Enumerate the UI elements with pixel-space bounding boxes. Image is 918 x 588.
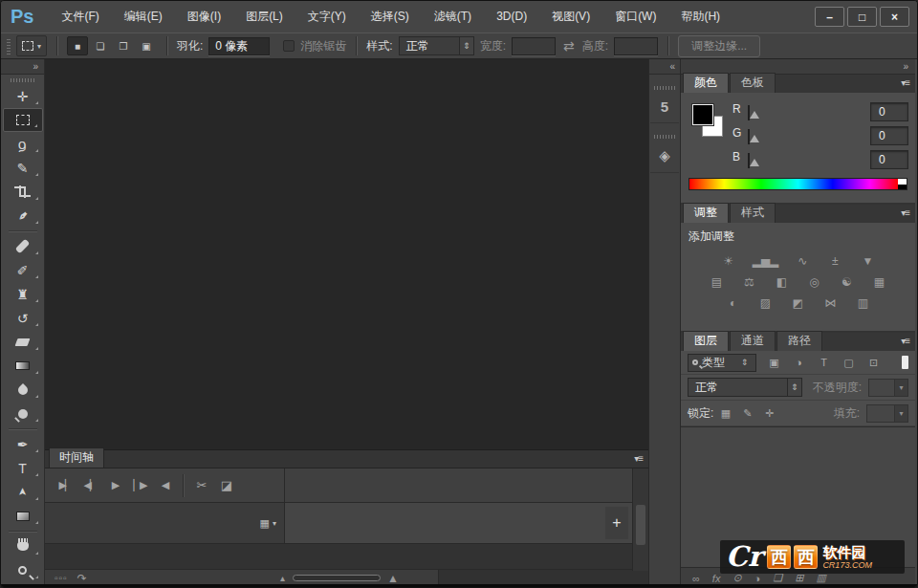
tab-timeline[interactable]: 时间轴 [49,447,104,468]
filter-toggle-switch[interactable] [902,356,908,369]
menu-item[interactable]: 窗口(W) [602,1,668,33]
link-layers[interactable]: ∞ [692,573,700,584]
add-media-button[interactable]: + [605,507,628,539]
path-selection-tool[interactable]: ➤ [3,480,43,504]
close-button[interactable]: × [880,7,909,27]
updown-spinner-icon[interactable]: ⇕ [459,37,473,54]
width-input[interactable] [512,37,556,55]
menu-item[interactable]: 选择(S) [359,1,422,33]
timeline-panel-menu-icon[interactable]: ▾≡ [634,453,643,464]
rectangular-marquee-tool[interactable] [3,108,43,132]
menu-item[interactable]: 文字(Y) [295,1,359,33]
menu-item[interactable]: 图像(I) [175,1,233,33]
lock-position[interactable]: ✛ [762,407,776,420]
timeline-zoom-in-icon[interactable]: ▲ [387,572,400,585]
red-value[interactable]: 0 [870,102,908,121]
layers-panel-menu-icon[interactable]: ▾≡ [901,336,909,346]
hue-saturation[interactable]: ▤ [709,274,726,289]
feather-input[interactable]: 0 像素 [208,37,270,55]
channel-mixer[interactable]: ☯ [839,274,856,289]
gradient-tool[interactable] [3,354,43,378]
crop-tool[interactable] [3,180,43,204]
tool-separator[interactable] [3,528,43,534]
green-slider-handle[interactable] [750,135,759,142]
transition-button[interactable]: ◪ [214,474,239,497]
dock-collapse-icon[interactable]: » [903,61,908,72]
brightness-contrast[interactable]: ☀ [720,253,737,268]
tab-layers[interactable]: 图层 [683,331,729,351]
scrollbar-thumb[interactable] [636,505,645,545]
zoom-tool[interactable] [3,558,43,582]
photo-filter[interactable]: ◎ [806,274,823,289]
tab-adjustments[interactable]: 调整 [683,203,729,223]
tab-styles[interactable]: 样式 [730,203,776,223]
black-swatch[interactable] [898,185,907,190]
tool-preset-picker[interactable]: ▾ [16,35,47,56]
filter-shape-layers[interactable]: ▢ [840,357,858,369]
first-frame-button[interactable]: ▶▏ [53,474,77,497]
next-frame-button[interactable]: ▏▶ [127,474,152,497]
split-at-playhead-button[interactable]: ✂ [189,474,214,497]
lock-transparent-pixels[interactable]: ▦ [718,407,732,420]
color-lookup[interactable]: ▦ [871,274,888,289]
mute-audio-button[interactable]: ◀ [152,474,177,497]
color-panel-menu-icon[interactable]: ▾≡ [901,77,909,88]
eyedropper-tool[interactable]: ✒ [3,204,43,228]
subtract-from-selection[interactable]: ❐ [113,36,134,55]
layer-filter-select[interactable]: 类型 ⇕ [688,354,756,372]
posterize[interactable]: ▨ [757,295,775,310]
video-track-selector[interactable]: ▦ ▾ [260,517,276,530]
dock-expand-icon[interactable]: « [669,61,675,72]
tool-separator[interactable] [3,425,43,432]
convert-to-frame-animation-icon[interactable]: ▫▫▫ [55,573,68,583]
options-grip[interactable] [7,37,11,54]
menu-item[interactable]: 滤镜(T) [422,1,484,33]
timeline-scrollbar[interactable] [632,468,648,571]
properties-panel-button[interactable]: ◈ [650,127,679,173]
foreground-color-swatch[interactable] [692,104,713,125]
timeline-zoom-slider[interactable] [293,575,381,581]
history-brush-tool[interactable]: ↺ [3,306,43,330]
refine-edge-button[interactable]: 调整边缘... [678,35,760,57]
tool-separator[interactable] [3,228,43,234]
opacity-select[interactable]: ▾ [868,379,908,397]
menu-item[interactable]: 视图(V) [539,1,602,33]
timeline-ruler-area[interactable] [285,468,632,502]
blue-slider-handle[interactable] [750,159,759,166]
tab-paths[interactable]: 路径 [776,331,822,351]
tab-color[interactable]: 颜色 [683,73,729,93]
threshold[interactable]: ◩ [790,295,807,310]
color-spectrum-ramp[interactable] [688,178,907,190]
canvas-workspace[interactable] [45,59,648,450]
black-white[interactable]: ◧ [774,274,791,289]
hand-tool[interactable] [3,534,43,558]
red-slider-handle[interactable] [750,111,759,119]
vibrance[interactable]: ▼ [859,253,876,268]
fill-select[interactable]: ▾ [866,404,908,423]
filter-smart-objects[interactable]: ⊡ [864,357,883,369]
timeline-track-area[interactable]: + [285,503,632,543]
color-balance[interactable]: ⚖ [741,274,758,289]
menu-item[interactable]: 3D(D) [484,1,539,33]
blend-mode-select[interactable]: 正常 ⇕ [688,378,802,397]
maximize-button[interactable]: □ [847,7,877,27]
toolbox-collapse-icon[interactable]: » [33,61,38,72]
spot-healing-brush-tool[interactable] [3,234,43,258]
clone-stamp-tool[interactable]: ♜ [3,282,43,306]
blur-tool[interactable] [3,378,43,402]
eraser-tool[interactable] [3,330,43,354]
green-value[interactable]: 0 [870,126,908,145]
lock-image-pixels[interactable]: ✎ [740,407,754,420]
blue-value[interactable]: 0 [870,150,908,169]
timeline-zoom-out-icon[interactable]: ▴ [280,573,286,583]
toolbox-grip[interactable] [11,78,35,82]
antialias-checkbox[interactable] [283,40,295,52]
swap-width-height-icon[interactable]: ⇄ [563,38,575,54]
dodge-tool[interactable] [3,402,43,425]
height-input[interactable] [614,37,658,55]
new-adjustment-layer[interactable]: ◑ [754,573,761,584]
menu-item[interactable]: 图层(L) [233,1,295,33]
play-button[interactable]: ▶ [102,474,127,497]
intersect-selection[interactable]: ▣ [136,36,157,55]
add-to-selection[interactable]: ❏ [90,36,111,55]
